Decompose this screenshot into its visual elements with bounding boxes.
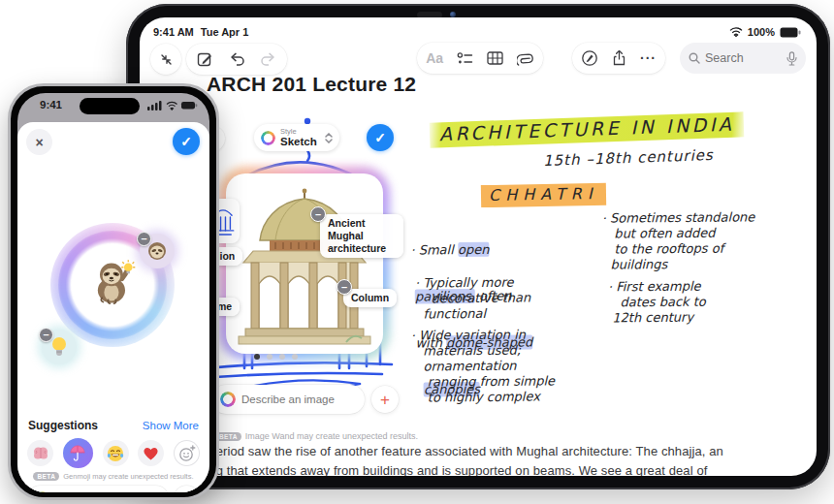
ipad-status-icons: 100% [729,26,801,38]
search-icon [689,52,700,64]
bullet-decorative: · Typically more decorative than functio… [415,274,531,322]
add-emoji-icon [178,445,196,462]
remove-tag-button[interactable]: – [310,206,326,222]
suggestion-emoji-row [27,438,200,468]
intelligence-swirl-icon [220,392,236,407]
share-button[interactable] [606,46,631,71]
tag-ancient-mughal[interactable]: Ancient Mughal architecture [320,214,403,258]
highlighted-word: open [458,242,490,257]
note-body-line-2: ning that extends away from buildings an… [199,463,781,476]
ipad-screen: 9:41 AMTue Apr 1 100% Aa [140,17,817,476]
describe-image-input[interactable] [241,394,348,405]
chevron-up-down-icon [325,133,333,143]
ipad-status-bar: 9:41 AMTue Apr 1 [153,26,248,38]
genmoji-sheet: × ✓ [17,122,209,492]
image-wand-accept-button[interactable]: ✓ [367,124,394,151]
laughing-emoji-suggestion[interactable] [103,440,129,466]
sloth-lightbulb-genmoji [87,258,138,308]
intelligence-swirl-icon [35,491,49,492]
note-body-line-1: s period saw the rise of another feature… [199,444,781,458]
dynamic-island [80,98,140,114]
genmoji-close-button[interactable]: × [26,129,52,155]
page-indicator[interactable] [254,354,298,360]
tag-column[interactable]: Column [343,289,397,307]
sloth-icon [146,240,168,262]
show-more-link[interactable]: Show More [143,420,199,431]
text-format-button[interactable]: Aa [422,46,447,71]
iphone-device: 9:41 × ✓ [8,83,219,500]
add-image-button[interactable]: + [371,386,399,413]
genmoji-accept-button[interactable]: ✓ [173,128,200,155]
iphone-status-icons [147,100,198,110]
person-icon [180,491,194,492]
style-picker[interactable]: Style Sketch [254,124,339,151]
note-title: ARCH 201 Lecture 12 [207,73,416,96]
iphone-screen: 9:41 × ✓ [17,93,209,492]
search-field[interactable] [680,43,806,74]
pencil-markup-button[interactable] [577,46,602,71]
remove-ingredient-button[interactable]: – [137,232,151,246]
add-emoji-suggestion[interactable] [174,440,200,466]
chhatri-illustration [232,187,377,354]
bullet-standalone: · Sometimes standalone but often added t… [602,209,755,272]
describe-genmoji-field[interactable] [27,486,169,492]
dictation-mic-icon[interactable] [786,51,797,66]
ingredient-sloth-chip[interactable]: – [140,234,175,268]
ipad-device: 9:41 AMTue Apr 1 100% Aa [126,4,830,489]
generated-image[interactable] [226,173,383,354]
brain-icon [32,446,49,460]
style-label: Style [280,128,317,136]
laughing-face-icon [107,445,124,462]
style-value: Sketch [280,137,317,148]
attachment-button[interactable] [513,46,538,71]
collapse-toolbar-button[interactable] [150,44,181,75]
ingredient-lightbulb-chip[interactable]: – [42,330,77,364]
describe-image-field[interactable] [211,385,365,414]
table-button[interactable] [483,46,508,71]
handwritten-section-heading: CHHATRI [481,183,606,207]
stage: 9:41 AMTue Apr 1 100% Aa [0,0,834,504]
umbrella-emoji-suggestion[interactable] [63,438,93,468]
battery-icon [780,27,801,38]
heart-emoji-suggestion[interactable] [138,440,164,466]
image-wand-beta-note: BETA Image Wand may create unexpected re… [215,431,418,441]
genmoji-beta-note: BETA Genmoji may create unexpected resul… [17,472,209,481]
beta-badge: BETA [33,472,59,481]
handwritten-subheading: 15th –18th centuries [543,146,714,170]
undo-button[interactable] [224,47,249,72]
format-toolbar-group: Aa [417,43,543,74]
search-input[interactable] [705,51,779,65]
battery-percent: 100% [748,26,775,38]
compose-button[interactable] [193,47,218,72]
iphone-clock: 9:41 [40,99,62,110]
bullet-first-example: · First example dates back to 12th centu… [608,279,706,327]
person-genmoji-button[interactable] [174,486,200,492]
collapse-arrows-icon [159,52,174,67]
bullet-materials: · Wide variation in materials used; orna… [411,327,556,405]
handwritten-heading: ARCHITECTURE IN INDIA [430,111,745,147]
heart-icon [143,446,159,461]
remove-tag-button[interactable]: – [337,279,352,295]
lightbulb-icon [49,335,69,359]
ipad-date: Tue Apr 1 [201,26,249,38]
remove-ingredient-button[interactable]: – [39,328,53,342]
suggestions-label: Suggestions [28,419,98,432]
brain-emoji-suggestion[interactable] [27,440,53,466]
wifi-icon [729,27,743,37]
checklist-button[interactable] [452,46,477,71]
more-options-button[interactable]: ··· [636,46,661,71]
ipad-clock: 9:41 AM [153,26,194,38]
markup-toolbar-group: ··· [572,43,665,74]
style-intelligence-icon [261,131,275,145]
umbrella-icon [69,444,86,462]
redo-button[interactable] [256,47,281,72]
edit-toolbar-group [186,44,287,75]
beta-badge: BETA [215,432,241,441]
